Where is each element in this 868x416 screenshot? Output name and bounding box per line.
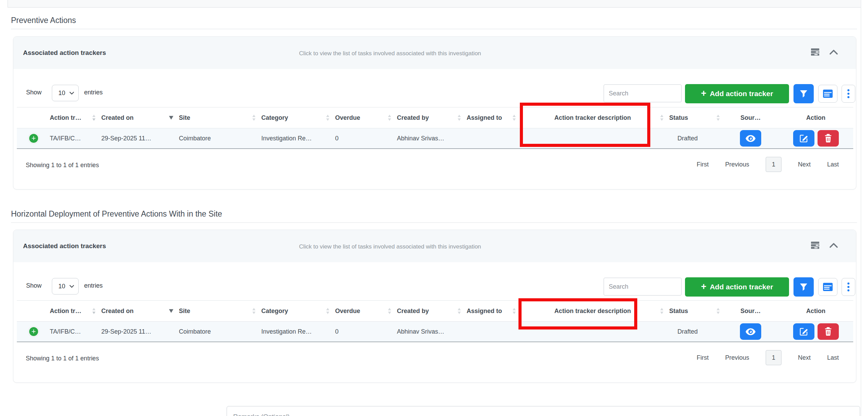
col-header-created-on[interactable]: Created on	[99, 301, 176, 322]
col-header-category[interactable]: Category	[259, 301, 332, 322]
col-header-status[interactable]: Status	[666, 301, 723, 322]
col-header-site[interactable]: Site	[176, 107, 259, 128]
section-divider	[11, 29, 857, 29]
col-header-source[interactable]: Sour…	[723, 301, 778, 322]
cell-expander: +	[17, 128, 47, 149]
search-input[interactable]	[604, 84, 682, 102]
sort-diamond-icon	[457, 308, 461, 314]
col-header-category[interactable]: Category	[259, 107, 332, 128]
cell-action	[778, 128, 853, 149]
view-button[interactable]	[740, 130, 761, 147]
remarks-input[interactable]	[227, 406, 860, 416]
entries-label: entries	[84, 282, 103, 289]
sort-diamond-icon	[512, 308, 516, 314]
trash-icon	[824, 134, 832, 143]
delete-button[interactable]	[818, 130, 839, 147]
col-header-created-on[interactable]: Created on	[99, 107, 176, 128]
edit-button[interactable]	[793, 130, 814, 147]
col-header-description[interactable]: Action tracker description	[519, 107, 666, 128]
sort-diamond-icon	[92, 115, 96, 121]
trash-icon	[824, 327, 832, 336]
pagination-first[interactable]: First	[697, 354, 709, 361]
plus-icon: +	[701, 282, 706, 291]
col-header-assigned-to[interactable]: Assigned to	[464, 107, 519, 128]
sort-diamond-icon	[388, 308, 391, 314]
pagination-next[interactable]: Next	[798, 161, 811, 168]
panel-title: Associated action trackers	[23, 242, 106, 250]
cell-action	[778, 322, 853, 342]
panel-horizontal-deployment: Associated action trackers Click to view…	[13, 230, 856, 383]
cell-description	[519, 322, 666, 342]
col-header-expander	[17, 301, 47, 322]
view-button[interactable]	[740, 323, 761, 340]
panel-hint-text: Click to view the list of tasks involved…	[299, 50, 481, 57]
delete-button[interactable]	[818, 323, 839, 340]
pagination-page-1[interactable]: 1	[766, 350, 781, 365]
stacked-bars-icon[interactable]	[810, 241, 820, 249]
section-title-horizontal-deployment: Horizontal Deployment of Preventive Acti…	[11, 209, 222, 219]
showing-entries-text: Showing 1 to 1 of 1 entries	[26, 162, 99, 169]
page-size-select[interactable]: 10	[52, 85, 79, 101]
filter-button[interactable]	[793, 84, 814, 103]
panel-header[interactable]: Associated action trackers Click to view…	[13, 230, 856, 262]
page-size-select[interactable]: 10	[52, 278, 79, 294]
col-header-source[interactable]: Sour…	[723, 107, 778, 128]
show-label: Show	[26, 89, 42, 96]
column-settings-button[interactable]	[818, 278, 837, 296]
sort-diamond-icon	[326, 308, 330, 314]
pencil-square-icon	[799, 327, 808, 336]
sort-desc-icon	[169, 116, 173, 120]
vertical-dots-icon	[847, 88, 850, 99]
stacked-bars-icon[interactable]	[810, 48, 820, 56]
cell-description	[519, 128, 666, 149]
add-action-tracker-button[interactable]: + Add action tracker	[685, 84, 789, 103]
scrollbar-track[interactable]	[861, 0, 861, 416]
expand-row-icon[interactable]: +	[28, 133, 39, 143]
column-settings-button[interactable]	[818, 85, 837, 103]
panel-preventive-actions: Associated action trackers Click to view…	[13, 36, 856, 189]
chevron-up-icon[interactable]	[829, 242, 838, 248]
entries-label: entries	[84, 89, 103, 96]
table-header-row: Action tr… Created on Site Category Over…	[17, 301, 853, 322]
col-header-assigned-to[interactable]: Assigned to	[464, 301, 519, 322]
page-size-value: 10	[58, 283, 65, 290]
table-row: + TA/IFB/C… 29-Sep-2025 11… Coimbatore I…	[17, 322, 853, 342]
col-header-overdue[interactable]: Overdue	[332, 107, 394, 128]
edit-button[interactable]	[793, 323, 814, 340]
sort-diamond-icon	[252, 308, 256, 314]
cell-source	[723, 128, 778, 149]
expand-row-icon[interactable]: +	[28, 326, 39, 337]
table-icon	[823, 282, 833, 291]
pagination-last[interactable]: Last	[827, 161, 839, 168]
funnel-icon	[800, 283, 808, 291]
pagination-first[interactable]: First	[697, 161, 709, 168]
pagination-last[interactable]: Last	[827, 354, 839, 361]
filter-button[interactable]	[793, 277, 814, 297]
sort-diamond-icon	[457, 115, 461, 121]
sort-diamond-icon	[660, 308, 664, 314]
sort-diamond-icon	[252, 115, 256, 121]
search-input[interactable]	[604, 278, 682, 296]
pagination-previous[interactable]: Previous	[725, 354, 749, 361]
add-action-tracker-button[interactable]: + Add action tracker	[685, 277, 789, 297]
more-options-button[interactable]	[842, 278, 855, 296]
pagination-next[interactable]: Next	[798, 354, 811, 361]
panel-header[interactable]: Associated action trackers Click to view…	[13, 37, 856, 69]
col-header-created-by[interactable]: Created by	[394, 107, 464, 128]
col-header-status[interactable]: Status	[666, 107, 723, 128]
sort-desc-icon	[169, 309, 173, 313]
sort-diamond-icon	[92, 308, 96, 314]
col-header-site[interactable]: Site	[176, 301, 259, 322]
col-header-description[interactable]: Action tracker description	[519, 301, 666, 322]
chevron-up-icon[interactable]	[829, 49, 838, 55]
col-header-overdue[interactable]: Overdue	[332, 301, 394, 322]
pagination-page-1[interactable]: 1	[766, 157, 781, 172]
more-options-button[interactable]	[842, 85, 855, 103]
previous-card-edge	[8, 0, 861, 8]
col-header-created-by[interactable]: Created by	[394, 301, 464, 322]
cell-expander: +	[17, 322, 47, 342]
table-row: + TA/IFB/C… 29-Sep-2025 11… Coimbatore I…	[17, 128, 853, 149]
col-header-action-tracker-id[interactable]: Action tr…	[47, 107, 99, 128]
pagination-previous[interactable]: Previous	[725, 161, 749, 168]
col-header-action-tracker-id[interactable]: Action tr…	[47, 301, 99, 322]
